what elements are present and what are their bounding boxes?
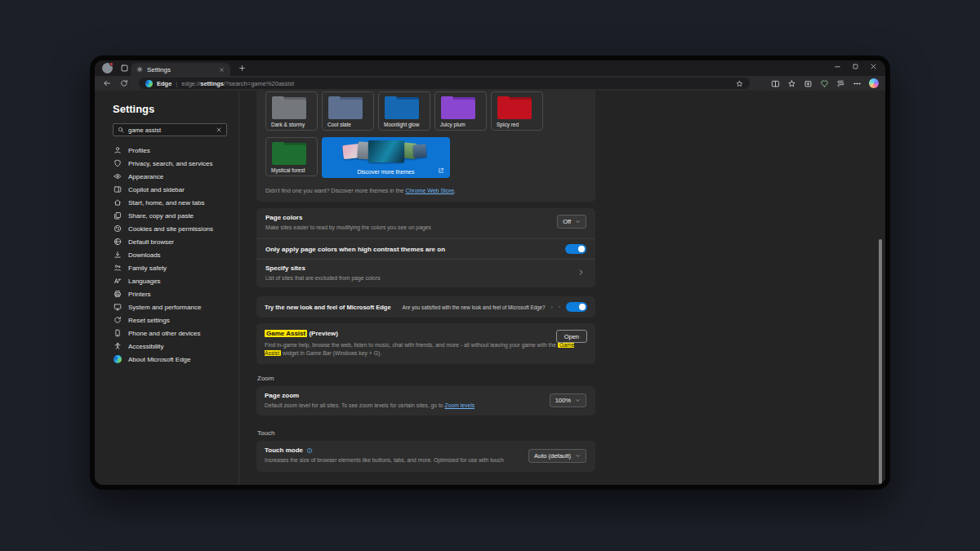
privacy-icon — [114, 159, 122, 167]
minimize-icon[interactable] — [834, 63, 841, 70]
close-icon[interactable] — [870, 63, 877, 70]
phone-devices-icon — [114, 329, 122, 337]
sidebar-item-share-copy-paste[interactable]: Share, copy and paste — [95, 209, 238, 222]
sidebar-item-languages[interactable]: Languages — [95, 274, 238, 287]
sidebar-item-about-edge[interactable]: About Microsoft Edge — [95, 353, 238, 366]
new-look-question: Are you satisfied with the new look and … — [403, 304, 546, 310]
game-assist-title: Game Assist (Preview) — [265, 330, 587, 337]
window-controls — [834, 63, 877, 70]
profiles-icon — [114, 146, 122, 154]
address-bar-url: edge://settings/?search=game%20assist — [181, 80, 294, 87]
sidebar-item-cookies[interactable]: Cookies and site permissions — [95, 222, 238, 235]
themes-card: Dark & stormy Cool slate Moonlight glow — [256, 91, 595, 202]
extensions-icon[interactable] — [836, 79, 845, 88]
appearance-icon — [114, 172, 122, 180]
about-edge-icon — [114, 355, 122, 363]
browser-window: Settings Edge | edge://settings/?search=… — [90, 56, 890, 490]
copilot-icon[interactable] — [869, 78, 879, 88]
sidebar-item-reset-settings[interactable]: Reset settings — [95, 313, 238, 327]
thumbs-down-icon[interactable] — [559, 303, 560, 311]
theme-tile-dark-stormy[interactable]: Dark & stormy — [265, 91, 318, 131]
zoom-levels-link[interactable]: Zoom levels — [445, 402, 475, 408]
theme-thumbnail — [368, 140, 404, 162]
browser-chrome: Settings Edge | edge://settings/?search=… — [95, 60, 885, 485]
sidebar-item-profiles[interactable]: Profiles — [95, 144, 238, 157]
tab-bar: Settings — [95, 60, 885, 76]
info-icon[interactable] — [306, 447, 313, 454]
sidebar-item-default-browser[interactable]: Default browser — [95, 235, 238, 248]
maximize-icon[interactable] — [852, 63, 859, 70]
theme-tile-juicy-plum[interactable]: Juicy plum — [434, 91, 487, 131]
sidebar-item-family-safety[interactable]: Family safety — [95, 261, 238, 274]
back-icon[interactable] — [103, 79, 111, 87]
tab-actions-icon[interactable] — [120, 64, 129, 73]
specify-sites-title: Specify sites — [265, 264, 586, 272]
reset-settings-icon — [114, 316, 122, 324]
sidebar-item-phone-devices[interactable]: Phone and other devices — [95, 327, 238, 340]
share-copy-paste-icon — [114, 211, 122, 220]
cookies-icon — [114, 224, 122, 233]
chrome-web-store-link[interactable]: Chrome Web Store — [405, 188, 454, 193]
sidebar-item-system-performance[interactable]: System and performance — [95, 300, 238, 313]
zoom-section-heading: Zoom — [257, 375, 595, 382]
accessibility-icon — [114, 342, 122, 350]
clear-search-icon[interactable] — [216, 127, 222, 133]
sidebar-item-start-home[interactable]: Start, home, and new tabs — [95, 196, 238, 209]
favorites-icon[interactable] — [787, 79, 796, 88]
refresh-icon[interactable] — [120, 79, 128, 87]
settings-page: Settings Profiles Privacy, search, and s… — [95, 91, 885, 485]
specify-sites-row[interactable]: Specify sites List of sites that are exc… — [256, 259, 595, 287]
new-tab-icon[interactable] — [238, 64, 246, 72]
profile-avatar[interactable] — [102, 63, 113, 73]
tab-title: Settings — [147, 66, 171, 73]
thumbs-up-icon[interactable] — [551, 303, 553, 311]
favorite-star-icon[interactable] — [736, 80, 743, 87]
tab-settings[interactable]: Settings — [131, 63, 230, 76]
theme-tile-spicy-red[interactable]: Spicy red — [491, 91, 543, 131]
tab-close-icon[interactable] — [219, 67, 225, 73]
collections-icon[interactable] — [804, 79, 813, 88]
high-contrast-toggle[interactable] — [565, 244, 586, 254]
default-browser-icon — [114, 238, 122, 246]
specify-sites-desc: List of sites that are excluded from pag… — [265, 274, 586, 282]
sidebar-item-accessibility[interactable]: Accessibility — [95, 340, 238, 353]
languages-icon — [114, 277, 122, 285]
sidebar-item-privacy[interactable]: Privacy, search, and services — [95, 157, 238, 170]
new-look-toggle[interactable] — [566, 302, 587, 312]
scrollbar-thumb[interactable] — [879, 239, 882, 484]
theme-tile-mystical-forest[interactable]: Mystical forest — [265, 137, 318, 176]
page-colors-row: Page colors Make sites easier to read by… — [256, 208, 595, 238]
chevron-right-icon — [577, 269, 585, 276]
high-contrast-label: Only apply page colors when high contras… — [265, 246, 445, 253]
theme-tile-moonlight-glow[interactable]: Moonlight glow — [378, 91, 430, 131]
open-game-assist-button[interactable]: Open — [556, 330, 587, 343]
theme-thumbnail — [412, 144, 426, 158]
sidebar-item-appearance[interactable]: Appearance — [95, 170, 238, 183]
browser-essentials-icon[interactable] — [820, 79, 829, 88]
settings-search[interactable] — [113, 123, 227, 136]
external-link-icon — [438, 167, 444, 174]
chevron-down-icon — [575, 219, 581, 224]
printers-icon — [114, 290, 122, 298]
folder-swatch — [497, 96, 532, 119]
chevron-down-icon — [575, 398, 581, 403]
sidebar-item-printers[interactable]: Printers — [95, 287, 238, 300]
address-bar[interactable]: Edge | edge://settings/?search=game%20as… — [139, 78, 750, 89]
split-screen-icon[interactable] — [771, 79, 780, 88]
page-colors-desc: Make sites easier to read by modifying t… — [265, 224, 586, 231]
touch-section-heading: Touch — [257, 429, 595, 437]
family-safety-icon — [114, 264, 122, 272]
more-menu-icon[interactable] — [853, 79, 862, 88]
page-zoom-dropdown[interactable]: 100% — [550, 393, 586, 407]
page-zoom-title: Page zoom — [265, 392, 587, 399]
toolbar-icons — [771, 76, 879, 91]
page-colors-dropdown[interactable]: Off — [557, 215, 586, 229]
sidebar-item-downloads[interactable]: Downloads — [95, 248, 238, 261]
touch-mode-dropdown[interactable]: Auto (default) — [528, 449, 586, 463]
themes-footer: Didn't find one you want? Discover more … — [265, 188, 586, 193]
sidebar-item-copilot-sidebar[interactable]: Copilot and sidebar — [95, 183, 238, 196]
discover-more-themes-tile[interactable]: Discover more themes — [322, 137, 450, 178]
game-assist-desc: Find in-game help, browse the web, liste… — [265, 341, 590, 357]
search-input[interactable] — [128, 127, 212, 134]
theme-tile-cool-slate[interactable]: Cool slate — [322, 91, 374, 131]
